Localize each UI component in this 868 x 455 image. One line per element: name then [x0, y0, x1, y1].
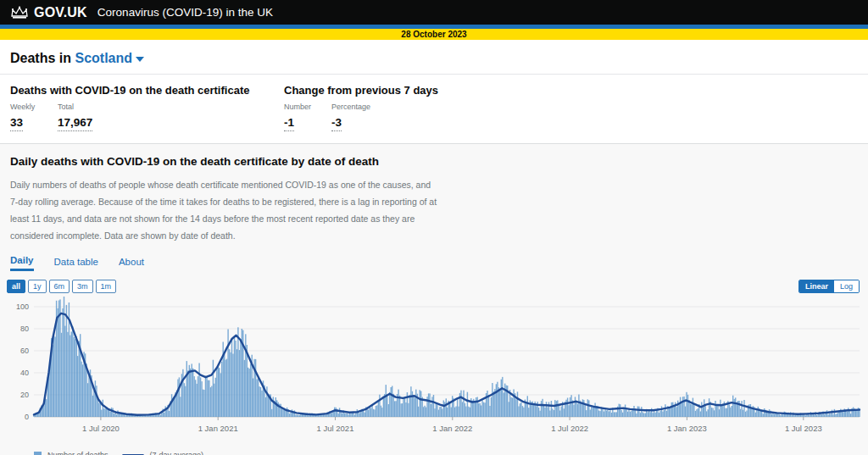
- x-tick-label: 1 Jul 2022: [551, 424, 588, 433]
- metric-percentage: Percentage -3: [331, 103, 370, 131]
- x-tick-label: 1 Jan 2022: [432, 424, 472, 433]
- metric-weekly: Weekly 33: [10, 103, 58, 131]
- metric-label: Weekly: [10, 103, 58, 111]
- govuk-header: GOV.UK Coronavirus (COVID-19) in the UK: [0, 0, 868, 25]
- metric-value: -3: [331, 116, 342, 131]
- metric-label: Total: [58, 103, 92, 111]
- y-tick-label: 60: [20, 347, 29, 355]
- metric-label: Percentage: [331, 103, 370, 111]
- summary-stats: Deaths with COVID-19 on the death certif…: [0, 75, 868, 143]
- page-title: Deaths in Scotland: [10, 51, 144, 65]
- stat-block-deaths: Deaths with COVID-19 on the death certif…: [10, 84, 284, 131]
- page-title-prefix: Deaths in: [10, 51, 71, 65]
- y-tick-label: 0: [25, 413, 29, 421]
- metric-value: -1: [284, 116, 294, 131]
- bar-legend-swatch: [34, 452, 42, 455]
- tab-about[interactable]: About: [119, 255, 144, 271]
- x-tick-label: 1 Jul 2021: [317, 424, 354, 433]
- crown-icon: [10, 6, 29, 19]
- range-button-1m[interactable]: 1m: [96, 280, 117, 293]
- y-tick-label: 100: [16, 302, 29, 311]
- range-button-3m[interactable]: 3m: [72, 280, 93, 293]
- x-tick-label: 1 Jan 2023: [667, 424, 707, 433]
- scale-linear-button[interactable]: Linear: [799, 280, 834, 292]
- area-selected-label: Scotland: [75, 51, 132, 65]
- tab-data-table[interactable]: Data table: [54, 255, 98, 271]
- service-title-link[interactable]: Coronavirus (COVID-19) in the UK: [97, 6, 273, 19]
- govuk-logo[interactable]: GOV.UK: [34, 5, 87, 20]
- x-tick-label: 1 Jan 2021: [198, 424, 238, 433]
- range-button-6m[interactable]: 6m: [49, 280, 70, 293]
- range-button-1y[interactable]: 1y: [28, 280, 47, 293]
- bar-legend-label: Number of deaths: [47, 451, 108, 455]
- stat-title: Deaths with COVID-19 on the death certif…: [10, 84, 284, 97]
- stat-title: Change from previous 7 days: [284, 84, 438, 97]
- chart-area[interactable]: 0204060801001 Jul 20201 Jan 20211 Jul 20…: [0, 297, 868, 446]
- date-banner: 28 October 2023: [0, 29, 868, 40]
- daily-bars: [33, 297, 860, 417]
- metric-value: 17,967: [58, 116, 92, 131]
- chart-card-title: Daily deaths with COVID-19 on the death …: [0, 144, 868, 168]
- range-selector: all 1y 6m 3m 1m: [7, 280, 116, 293]
- line-legend-label: (7-day average): [150, 451, 204, 455]
- y-tick-label: 80: [20, 325, 29, 333]
- banner-date-text: 28 October 2023: [401, 30, 466, 39]
- metric-total: Total 17,967: [58, 103, 92, 131]
- x-tick-label: 1 Jul 2023: [785, 424, 822, 433]
- metric-label: Number: [284, 103, 331, 111]
- deaths-chart-svg[interactable]: 0204060801001 Jul 20201 Jan 20211 Jul 20…: [0, 297, 868, 442]
- scale-toggle: Linear Log: [798, 280, 860, 293]
- scale-log-button[interactable]: Log: [834, 280, 859, 292]
- y-tick-label: 20: [20, 391, 29, 399]
- chart-controls: all 1y 6m 3m 1m Linear Log: [0, 271, 868, 293]
- page-heading-row: Deaths in Scotland: [0, 40, 868, 75]
- stat-block-change: Change from previous 7 days Number -1 Pe…: [284, 84, 438, 131]
- metric-number: Number -1: [284, 103, 331, 131]
- chart-card-description: Daily numbers of deaths of people whose …: [0, 168, 441, 244]
- chart-card: Daily deaths with COVID-19 on the death …: [0, 143, 868, 455]
- chevron-down-icon: [136, 57, 144, 62]
- chart-tabs: Daily Data table About: [0, 244, 868, 271]
- chart-legend: Number of deaths (7-day average): [0, 451, 868, 455]
- y-tick-label: 40: [20, 369, 29, 377]
- area-selector-dropdown[interactable]: Scotland: [75, 51, 144, 66]
- tab-daily[interactable]: Daily: [10, 255, 34, 271]
- main-content: Deaths in Scotland Deaths with COVID-19 …: [0, 40, 868, 455]
- range-button-all[interactable]: all: [7, 280, 25, 293]
- x-tick-label: 1 Jul 2020: [82, 424, 120, 433]
- metric-value: 33: [10, 116, 23, 131]
